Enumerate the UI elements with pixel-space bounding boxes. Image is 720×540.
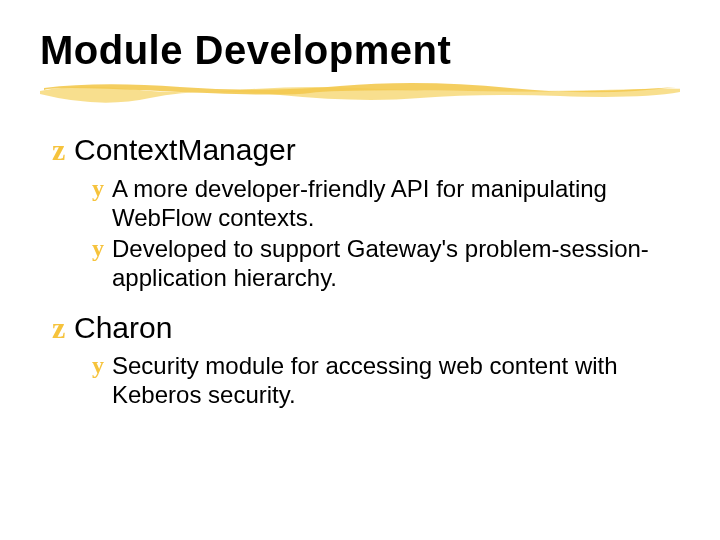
title-underline <box>40 79 680 105</box>
list-item: y Security module for accessing web cont… <box>92 351 680 410</box>
slide-title: Module Development <box>40 28 680 73</box>
slide: Module Development z ContextManager y A … <box>0 0 720 540</box>
list-item: y A more developer-friendly API for mani… <box>92 174 680 233</box>
section-heading-text: ContextManager <box>74 133 296 168</box>
bullet-level1-icon: z <box>52 133 74 168</box>
bullet-level1-icon: z <box>52 311 74 346</box>
list-item-text: Developed to support Gateway's problem-s… <box>112 234 672 293</box>
list-item-text: Security module for accessing web conten… <box>112 351 672 410</box>
section-heading-text: Charon <box>74 311 172 346</box>
section-items: y A more developer-friendly API for mani… <box>92 174 680 293</box>
bullet-level2-icon: y <box>92 351 112 380</box>
section-heading: z Charon <box>52 311 680 346</box>
bullet-level2-icon: y <box>92 174 112 203</box>
bullet-level2-icon: y <box>92 234 112 263</box>
section-items: y Security module for accessing web cont… <box>92 351 680 410</box>
list-item-text: A more developer-friendly API for manipu… <box>112 174 672 233</box>
list-item: y Developed to support Gateway's problem… <box>92 234 680 293</box>
section-heading: z ContextManager <box>52 133 680 168</box>
slide-content: z ContextManager y A more developer-frie… <box>40 133 680 410</box>
